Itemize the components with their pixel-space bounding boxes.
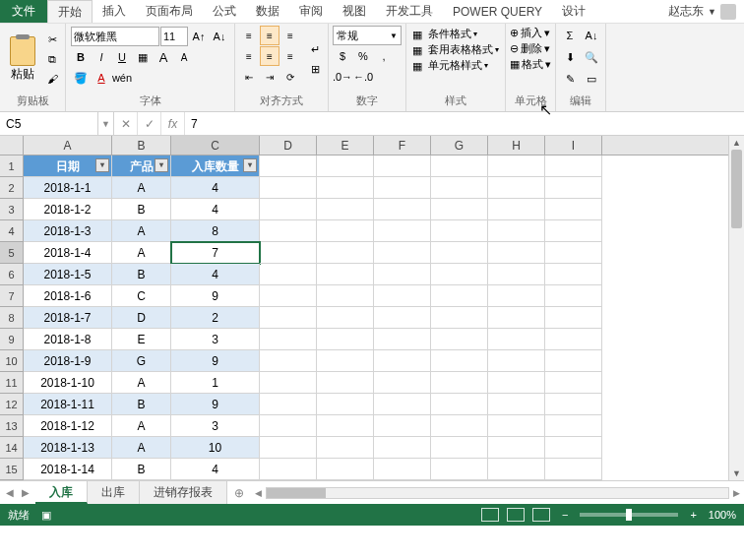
cell[interactable]: A (112, 242, 171, 264)
col-header-E[interactable]: E (317, 136, 374, 155)
row-header-11[interactable]: 11 (0, 372, 24, 394)
cell[interactable] (374, 329, 431, 350)
cell[interactable] (260, 437, 317, 459)
orientation-button[interactable]: ⟳ (280, 67, 300, 87)
cell[interactable] (545, 264, 602, 285)
tab-设计[interactable]: 设计 (552, 0, 595, 23)
cell[interactable]: 4 (171, 264, 260, 285)
cell[interactable] (317, 437, 374, 459)
page-break-view-button[interactable] (532, 508, 550, 522)
row-header-3[interactable]: 3 (0, 199, 24, 220)
cell[interactable]: 4 (171, 199, 260, 220)
tab-审阅[interactable]: 审阅 (289, 0, 333, 23)
cell[interactable] (431, 394, 488, 415)
cell[interactable] (545, 350, 602, 372)
cell[interactable]: A (112, 177, 171, 199)
cell[interactable] (317, 285, 374, 307)
cell[interactable] (260, 329, 317, 350)
cell[interactable]: A (112, 372, 171, 394)
cell[interactable] (374, 372, 431, 394)
indent-inc-button[interactable]: ⇥ (260, 67, 279, 87)
cell[interactable]: 2018-1-11 (24, 394, 112, 415)
align-bottom-button[interactable]: ≡ (280, 26, 300, 45)
cell[interactable] (260, 156, 317, 177)
sheet-grid[interactable]: ABCDEFGHI 123456789101112131415 日期▾产品▾入库… (0, 136, 728, 480)
cell[interactable]: 3 (171, 329, 260, 350)
cell[interactable]: 2018-1-14 (24, 459, 112, 480)
italic-button[interactable]: I (92, 47, 111, 67)
cell[interactable] (374, 156, 431, 177)
cell[interactable] (545, 307, 602, 329)
cell[interactable]: 2018-1-2 (24, 199, 112, 220)
cell[interactable]: E (112, 329, 171, 350)
sheet-tab-进销存报表[interactable]: 进销存报表 (140, 481, 227, 504)
cell[interactable]: 2018-1-12 (24, 415, 112, 437)
cell[interactable]: 9 (171, 394, 260, 415)
cell[interactable] (431, 372, 488, 394)
cell[interactable] (260, 372, 317, 394)
row-header-2[interactable]: 2 (0, 177, 24, 199)
inc-decimal-button[interactable]: .0→ (333, 67, 352, 87)
cell[interactable]: 1 (171, 372, 260, 394)
col-header-G[interactable]: G (431, 136, 488, 155)
cell[interactable] (488, 415, 545, 437)
table-format-button[interactable]: ▦套用表格格式▾ (412, 42, 499, 57)
zoom-slider[interactable] (580, 513, 678, 517)
cell[interactable] (488, 437, 545, 459)
cut-button[interactable]: ✂ (43, 31, 61, 48)
copy-button[interactable]: ⧉ (43, 50, 61, 68)
cell[interactable] (374, 199, 431, 220)
cell[interactable]: 2018-1-8 (24, 329, 112, 350)
cell[interactable] (260, 264, 317, 285)
filter-icon[interactable]: ▾ (243, 158, 257, 172)
scroll-up-icon[interactable]: ▲ (729, 136, 744, 150)
cell[interactable]: 9 (171, 285, 260, 307)
decrease-font-button[interactable]: A↓ (210, 27, 229, 46)
vertical-scrollbar[interactable]: ▲ ▼ (728, 136, 744, 480)
currency-button[interactable]: $ (333, 46, 352, 66)
sheet-tab-出库[interactable]: 出库 (88, 481, 140, 504)
cell[interactable] (431, 199, 488, 220)
row-header-15[interactable]: 15 (0, 459, 24, 480)
cell[interactable] (488, 459, 545, 480)
cell[interactable]: 2018-1-13 (24, 437, 112, 459)
cell[interactable]: 2018-1-9 (24, 350, 112, 372)
col-header-D[interactable]: D (260, 136, 317, 155)
number-format-select[interactable]: 常规▼ (333, 26, 402, 45)
cell[interactable] (488, 156, 545, 177)
cell[interactable] (545, 177, 602, 199)
cell[interactable] (545, 220, 602, 242)
cell[interactable]: 日期▾ (24, 156, 112, 177)
cell[interactable]: 3 (171, 415, 260, 437)
hscroll-left[interactable]: ◀ (255, 488, 262, 498)
cell[interactable] (431, 156, 488, 177)
indent-dec-button[interactable]: ⇤ (239, 67, 259, 87)
row-header-12[interactable]: 12 (0, 394, 24, 415)
align-left-button[interactable]: ≡ (239, 46, 259, 66)
scroll-down-icon[interactable]: ▼ (729, 467, 744, 480)
comma-button[interactable]: , (374, 46, 394, 66)
font-color-button[interactable]: A (92, 68, 111, 88)
cell[interactable] (317, 329, 374, 350)
cell[interactable]: G (112, 350, 171, 372)
cell[interactable]: A (112, 415, 171, 437)
format-painter-button[interactable]: 🖌 (43, 70, 61, 88)
cell[interactable] (260, 350, 317, 372)
cell[interactable] (545, 329, 602, 350)
align-center-button[interactable]: ≡ (260, 46, 279, 66)
cell[interactable] (374, 220, 431, 242)
page-layout-view-button[interactable] (507, 508, 525, 522)
cell[interactable] (431, 264, 488, 285)
autosum-button[interactable]: Σ (560, 26, 580, 45)
cell[interactable] (545, 415, 602, 437)
insert-cells-button[interactable]: ⊕ 插入 ▾ (510, 26, 551, 40)
row-header-9[interactable]: 9 (0, 329, 24, 350)
cell[interactable] (317, 177, 374, 199)
cell[interactable] (260, 459, 317, 480)
row-header-7[interactable]: 7 (0, 285, 24, 307)
cell[interactable] (488, 394, 545, 415)
cell[interactable] (260, 177, 317, 199)
cell[interactable]: 2018-1-3 (24, 220, 112, 242)
cell[interactable] (431, 177, 488, 199)
col-header-I[interactable]: I (545, 136, 602, 155)
